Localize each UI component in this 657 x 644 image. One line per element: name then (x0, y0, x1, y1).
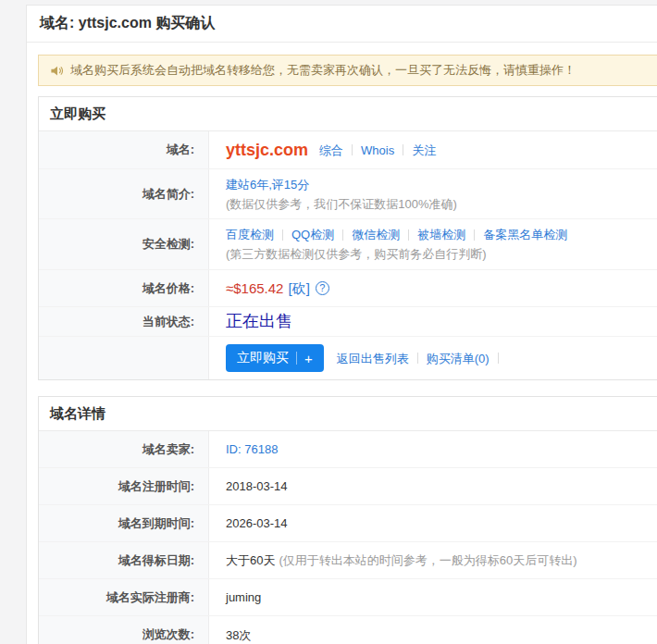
baidu-check-link[interactable]: 百度检测 (226, 225, 274, 244)
views-label: 浏览次数: (39, 616, 209, 644)
security-row: 安全检测: 百度检测 QQ检测 微信检测 被墙检测 备案黑名单检测 (第三方数据… (39, 219, 657, 270)
content-card: 域名: yttsjc.com 购买确认 域名购买后系统会自动把域名转移给您，无需… (26, 5, 657, 644)
separator (403, 144, 403, 155)
price-value: ≈$165.42 (226, 279, 283, 298)
actions-row: 立即购买 + 返回出售列表 购买清单(0) (39, 337, 657, 379)
status-label: 当前状态: (39, 307, 209, 336)
security-label: 安全检测: (39, 219, 209, 269)
expire-date-label: 域名到期时间: (39, 505, 209, 541)
registrar-row: 域名实际注册商: juming (39, 579, 657, 616)
intro-note: (数据仅供参考，我们不保证数据100%准确) (226, 194, 457, 214)
views-value: 38次 (226, 625, 251, 644)
cart-link[interactable]: 购买清单(0) (427, 349, 490, 368)
notice-text: 域名购买后系统会自动把域名转移给您，无需卖家再次确认，一旦买了无法反悔，请慎重操… (70, 63, 576, 78)
status-row: 当前状态: 正在出售 (39, 307, 657, 337)
qq-check-link[interactable]: QQ检测 (291, 225, 334, 244)
intro-label: 域名简介: (39, 169, 209, 218)
icp-blacklist-check-link[interactable]: 备案黑名单检测 (483, 225, 567, 244)
button-divider (296, 352, 297, 365)
megaphone-icon (50, 64, 64, 78)
buy-now-button[interactable]: 立即购买 + (226, 344, 324, 372)
separator (282, 229, 283, 241)
whois-link[interactable]: Whois (361, 141, 394, 160)
views-row: 浏览次数: 38次 (39, 616, 657, 644)
status-value: 正在出售 (226, 312, 292, 331)
detail-panel-title: 域名详情 (39, 397, 657, 431)
intro-row: 域名简介: 建站6年,评15分 (数据仅供参考，我们不保证数据100%准确) (39, 169, 657, 219)
follow-link[interactable]: 关注 (412, 141, 436, 160)
price-label: 域名价格: (39, 270, 209, 306)
registrar-label: 域名实际注册商: (39, 579, 209, 615)
domain-name: yttsjc.com (226, 141, 308, 160)
seller-label: 域名卖家: (39, 431, 209, 467)
register-date-value: 2018-03-14 (226, 477, 288, 496)
buy-panel-title: 立即购买 (39, 97, 657, 131)
win-date-note: (仅用于转出本站的时间参考，一般为得标60天后可转出) (279, 551, 576, 570)
buy-panel: 立即购买 域名: yttsjc.com 综合 Whois 关注 域名简介: (38, 96, 657, 380)
bargain-link[interactable]: [砍] (288, 279, 309, 298)
separator (408, 229, 409, 241)
actions-label-empty (39, 337, 209, 379)
separator (342, 229, 343, 241)
expire-date-row: 域名到期时间: 2026-03-14 (39, 505, 657, 542)
domain-label: 域名: (39, 131, 209, 168)
seller-id-link[interactable]: ID: 76188 (226, 440, 278, 459)
separator (352, 144, 353, 155)
register-date-label: 域名注册时间: (39, 468, 209, 504)
separator (474, 229, 475, 241)
register-date-row: 域名注册时间: 2018-03-14 (39, 468, 657, 505)
intro-summary[interactable]: 建站6年,评15分 (226, 175, 309, 194)
gfw-check-link[interactable]: 被墙检测 (417, 225, 465, 244)
price-row: 域名价格: ≈$165.42 [砍] ? (39, 270, 657, 307)
separator (417, 353, 418, 364)
price-help-icon[interactable]: ? (316, 281, 329, 295)
expire-date-value: 2026-03-14 (226, 514, 288, 533)
card-body: 域名购买后系统会自动把域名转移给您，无需卖家再次确认，一旦买了无法反悔，请慎重操… (27, 55, 657, 644)
win-date-label: 域名得标日期: (39, 542, 209, 578)
win-date-value: 大于60天 (226, 551, 275, 570)
win-date-row: 域名得标日期: 大于60天 (仅用于转出本站的时间参考，一般为得标60天后可转出… (39, 542, 657, 579)
separator (498, 353, 499, 364)
buy-now-label: 立即购买 (237, 350, 289, 366)
seller-row: 域名卖家: ID: 76188 (39, 431, 657, 468)
domain-row: 域名: yttsjc.com 综合 Whois 关注 (39, 131, 657, 169)
detail-panel: 域名详情 域名卖家: ID: 76188 域名注册时间: 2018-03-14 … (38, 396, 657, 644)
purchase-notice: 域名购买后系统会自动把域名转移给您，无需卖家再次确认，一旦买了无法反悔，请慎重操… (38, 55, 657, 86)
add-to-cart-plus[interactable]: + (304, 351, 313, 366)
domain-overview-link[interactable]: 综合 (319, 141, 343, 160)
security-note: (第三方数据检测仅供参考，购买前务必自行判断) (226, 244, 487, 264)
wechat-check-link[interactable]: 微信检测 (352, 225, 400, 244)
page-title: 域名: yttsjc.com 购买确认 (27, 6, 657, 43)
registrar-value: juming (226, 588, 261, 607)
back-to-list-link[interactable]: 返回出售列表 (337, 349, 409, 368)
